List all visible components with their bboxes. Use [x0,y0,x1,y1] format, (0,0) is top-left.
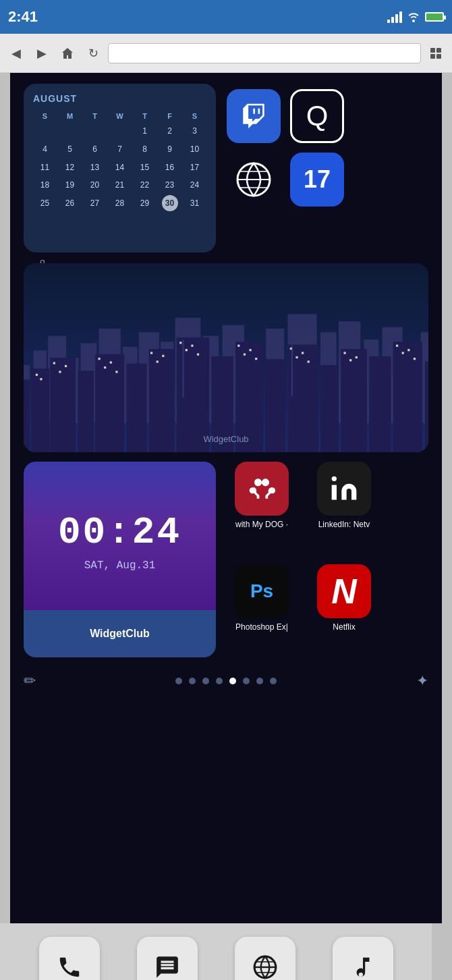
svg-rect-32 [126,364,146,452]
cal-day-30-today[interactable]: 30 [162,195,178,211]
clock-widget[interactable]: 00:24 SAT, Aug.31 WidgetClub [24,462,216,657]
dock-music-button[interactable] [333,937,393,980]
quora-app-icon[interactable]: Q [290,89,344,143]
cal-day-28[interactable]: 28 [108,195,132,212]
svg-rect-54 [157,360,159,362]
refresh-button[interactable]: ↻ [82,43,104,64]
linkedin-app-icon[interactable] [317,462,371,516]
svg-rect-51 [110,361,112,363]
page-dot-5-active[interactable] [229,678,236,684]
page-dots: ✏ ✦ [10,660,442,702]
cal-day-7[interactable]: 7 [108,141,132,158]
svg-rect-3 [436,54,441,59]
svg-rect-75 [182,339,183,398]
netflix-app-cell[interactable]: N Netflix [308,564,380,657]
cal-day-27[interactable]: 27 [83,195,107,212]
cal-day-8[interactable]: 8 [133,141,157,158]
dock-messages-button[interactable] [137,937,198,980]
page-dot-7[interactable] [256,678,263,684]
status-icons [387,11,444,23]
photoshop-app-icon[interactable]: Ps [235,564,289,618]
cal-day-11[interactable]: 11 [33,159,57,176]
page-dot-4[interactable] [216,678,223,684]
page-dot-2[interactable] [189,678,196,684]
svg-rect-66 [302,352,304,354]
svg-rect-42 [393,342,422,452]
svg-rect-65 [295,356,298,358]
back-button[interactable]: ◀ [5,43,27,64]
svg-rect-28 [31,369,49,452]
page-dot-3[interactable] [202,678,209,684]
clock-time: 00:24 [58,511,181,554]
svg-rect-52 [115,371,117,373]
browser-menu-button[interactable] [425,43,447,64]
page-dot-6[interactable] [243,678,250,684]
svg-rect-58 [191,345,193,347]
twitch-app-icon[interactable] [227,89,281,143]
cal-day-23[interactable]: 23 [158,177,181,194]
url-input[interactable] [108,43,421,63]
photoshop-app-cell[interactable]: Ps Photoshop Ex| [225,564,298,657]
cal-day-26[interactable]: 26 [58,195,82,212]
svg-point-77 [332,477,337,481]
seventeen-app-icon[interactable]: 17 [290,153,344,207]
home-button[interactable] [57,43,78,64]
browser-bar: ◀ ▶ ↻ [0,34,452,73]
cal-day-16[interactable]: 16 [158,159,181,176]
cal-day-19[interactable]: 19 [58,177,82,194]
cal-day-6[interactable]: 6 [83,141,107,158]
cal-day-25[interactable]: 25 [33,195,57,212]
svg-rect-41 [369,356,391,452]
cal-day-3[interactable]: 3 [183,123,206,140]
cal-day-9[interactable]: 9 [158,141,181,158]
netflix-app-label: Netflix [333,622,355,632]
svg-rect-44 [36,374,38,376]
cal-day-29[interactable]: 29 [133,195,157,212]
svg-rect-73 [407,349,409,351]
dock [0,923,432,980]
dog-app-icon[interactable] [235,462,289,516]
dock-browser-button[interactable] [235,937,295,980]
cal-day-14[interactable]: 14 [108,159,132,176]
cal-day-24[interactable]: 24 [183,177,206,194]
battery-icon [425,12,444,22]
circle-app-icon[interactable] [227,153,281,207]
svg-rect-60 [237,345,239,347]
page-dot-1[interactable] [175,678,182,684]
cal-day-10[interactable]: 10 [183,141,206,158]
cal-day-20[interactable]: 20 [83,177,107,194]
netflix-app-icon[interactable]: N [317,564,371,618]
cal-day-5[interactable]: 5 [58,141,82,158]
svg-rect-72 [402,352,404,354]
cal-day-31[interactable]: 31 [183,195,206,212]
dock-phone-button[interactable] [39,937,100,980]
forward-button[interactable]: ▶ [31,43,53,64]
cal-day-12[interactable]: 12 [58,159,82,176]
svg-rect-55 [162,355,164,357]
cal-day-15[interactable]: 15 [133,159,157,176]
svg-rect-33 [149,349,175,452]
seventeen-icon-text: 17 [304,165,331,194]
cal-header-w: W [108,111,132,121]
cal-day-2[interactable]: 2 [158,123,181,140]
cal-day-13[interactable]: 13 [83,159,107,176]
cal-day-21[interactable]: 21 [108,177,132,194]
photoshop-app-label: Photoshop Ex| [235,622,288,632]
cal-day-17[interactable]: 17 [183,159,206,176]
calendar-grid: S M T W T F S 1 2 3 4 5 6 7 8 [33,111,206,212]
svg-rect-45 [40,378,42,380]
skyline-widget[interactable]: WidgetClub [24,263,428,452]
cal-day-22[interactable]: 22 [133,177,157,194]
linkedin-app-cell[interactable]: LinkedIn: Netv [308,462,380,555]
page-dot-8[interactable] [270,678,277,684]
cal-day-4[interactable]: 4 [33,141,57,158]
cal-day-1[interactable]: 1 [133,123,157,140]
skyline-label: WidgetClub [203,434,248,444]
calendar-widget[interactable]: AUGUST S M T W T F S 1 2 3 4 5 [24,84,216,252]
svg-rect-53 [150,352,152,354]
cal-header-m: M [58,111,82,121]
dog-app-cell[interactable]: with My DOG · [225,462,298,555]
cal-day-18[interactable]: 18 [33,177,57,194]
svg-rect-46 [53,362,55,364]
svg-rect-69 [349,359,351,361]
